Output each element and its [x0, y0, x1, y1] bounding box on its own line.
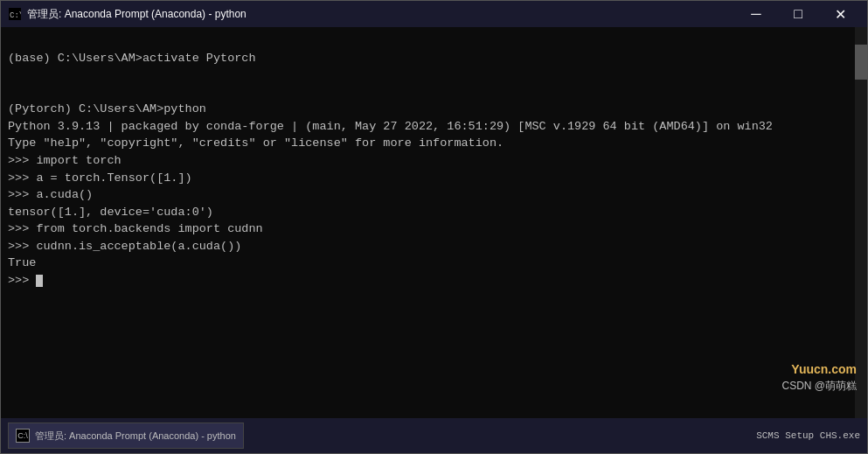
minimize-button[interactable]: ─ [736, 1, 776, 27]
line-9: tensor([1.], device='cuda:0') [8, 206, 213, 219]
title-bar-controls: ─ □ ✕ [736, 1, 860, 27]
title-bar: C:\ 管理员: Anaconda Prompt (Anaconda) - py… [1, 1, 867, 27]
line-4: Python 3.9.13 | packaged by conda-forge … [8, 120, 773, 133]
line-6: >>> import torch [8, 154, 122, 167]
taskbar-cmd-icon: C:\ [16, 429, 30, 443]
watermark-yuucn: Yuucn.com [791, 362, 857, 376]
taskbar-window-item[interactable]: C:\ 管理员: Anaconda Prompt (Anaconda) - py… [8, 423, 244, 449]
watermark-csdn: CSDN @萌萌糕 [781, 379, 857, 394]
cursor [36, 275, 43, 287]
window-title: 管理员: Anaconda Prompt (Anaconda) - python [27, 7, 247, 22]
taskbar-right-label: SCMS Setup CHS.exe [756, 430, 860, 441]
line-5: Type "help", "copyright", "credits" or "… [8, 136, 503, 150]
terminal-content: (base) C:\Users\AM>activate Pytorch (Pyt… [8, 32, 860, 306]
line-13: >>> [8, 274, 43, 287]
maximize-button[interactable]: □ [778, 1, 818, 27]
line-11: >>> cudnn.is_acceptable(a.cuda()) [8, 240, 241, 253]
line-1: (base) C:\Users\AM>activate Pytorch [8, 52, 256, 65]
close-button[interactable]: ✕ [820, 1, 860, 27]
scrollbar-thumb[interactable] [855, 45, 867, 80]
line-3: (Pytorch) C:\Users\AM>python [8, 102, 206, 115]
line-12: True [8, 256, 36, 269]
scrollbar[interactable] [855, 27, 867, 418]
cmd-icon: C:\ [8, 7, 22, 21]
window-container: C:\ 管理员: Anaconda Prompt (Anaconda) - py… [0, 0, 868, 454]
taskbar: C:\ 管理员: Anaconda Prompt (Anaconda) - py… [1, 418, 867, 453]
svg-text:C:\: C:\ [10, 11, 21, 20]
terminal-body[interactable]: (base) C:\Users\AM>activate Pytorch (Pyt… [1, 27, 867, 418]
line-10: >>> from torch.backends import cudnn [8, 222, 263, 235]
line-8: >>> a.cuda() [8, 188, 93, 201]
taskbar-right: SCMS Setup CHS.exe [756, 430, 860, 441]
title-bar-left: C:\ 管理员: Anaconda Prompt (Anaconda) - py… [8, 7, 247, 22]
taskbar-item-label: 管理员: Anaconda Prompt (Anaconda) - python [35, 430, 236, 443]
line-7: >>> a = torch.Tensor([1.]) [8, 171, 192, 185]
